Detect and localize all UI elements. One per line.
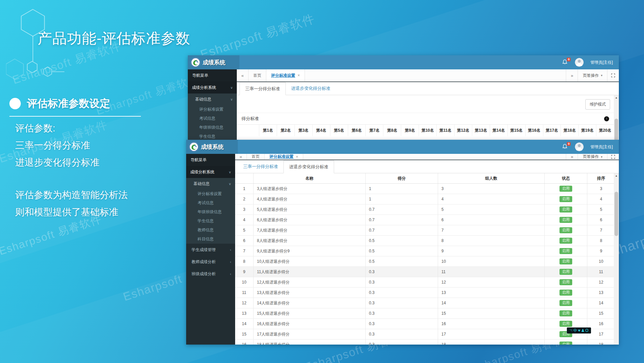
sidebar-item-score-analysis-system[interactable]: 成绩分析系统∨ xyxy=(188,81,237,94)
chevron-down-icon: ∨ xyxy=(229,170,231,174)
sidebar-item-collapsed[interactable]: 班级成绩分析‹ xyxy=(186,268,235,280)
scrollbar-thumb[interactable] xyxy=(614,119,618,140)
tab-home[interactable]: 首页 xyxy=(247,154,265,160)
tabs-collapse-button[interactable]: « xyxy=(237,69,249,81)
table-row[interactable]: 1416人组进退步得分0.316启用16 xyxy=(235,319,614,329)
rank-header-cell: 第17名 xyxy=(543,125,561,136)
table-row[interactable]: 79人组进退步得分90.59启用9 xyxy=(235,246,614,256)
sidebar-subitem[interactable]: 教师信息 xyxy=(186,226,235,235)
table-row[interactable]: 57人组进退步得分0.77启用7 xyxy=(235,225,614,236)
cell-seq: 4 xyxy=(235,215,253,225)
tabs-forward-button[interactable]: » xyxy=(566,154,578,160)
sidebar-subitem[interactable]: 评分标准设置 xyxy=(188,105,237,114)
sidebar-subitem[interactable]: 年级班级信息 xyxy=(188,123,237,132)
scroll-up-arrow[interactable]: ▲ xyxy=(614,173,619,178)
tab-operations-dropdown[interactable]: 页签操作 ▾ xyxy=(578,69,607,81)
cell-status: 启用 xyxy=(544,246,587,256)
sidebar-item-basic-info[interactable]: 基础信息∨ xyxy=(188,94,237,105)
app-logo-block[interactable]: 成绩系统 xyxy=(186,140,238,154)
sidebar-subitem[interactable]: 学生信息 xyxy=(188,132,237,140)
cell-seq: 2 xyxy=(235,194,253,204)
cell-score: 0.3 xyxy=(365,267,438,277)
sidebar-subitem[interactable]: 评分标准设置 xyxy=(186,189,235,198)
user-menu[interactable]: 管理员[主任] xyxy=(590,60,613,65)
table-row[interactable]: 24人组进退步得分14启用4 xyxy=(235,194,614,204)
sidebar-item-collapsed[interactable]: 教师成绩分析‹ xyxy=(186,256,235,268)
sidebar-item-score-analysis-system[interactable]: 成绩分析系统∨ xyxy=(186,166,235,178)
panel-collapse-icon[interactable]: ↑ xyxy=(604,116,609,121)
rank-header-cell: 第6名 xyxy=(348,125,366,136)
rank-header-cell: 第7名 xyxy=(365,125,383,136)
table-row[interactable]: 1618人组进退步得分0.318启用18 xyxy=(235,340,614,345)
scrollbar-vertical[interactable]: ▲ ▼ xyxy=(614,173,619,345)
app-header: 成绩系统 0 管理员[主任] xyxy=(188,55,619,69)
sidebar-subitem[interactable]: 学生信息 xyxy=(186,217,235,226)
sidebar-subitem[interactable]: 考试信息 xyxy=(188,114,237,123)
sidebar-subitem[interactable]: 年级班级信息 xyxy=(186,207,235,217)
notification-count-badge: 0 xyxy=(567,142,571,146)
content-area: 三率一分得分标准 进退步变化得分标准 维护模式 得分标准 ↑ 第1名第2名第3名… xyxy=(237,82,619,140)
fullscreen-icon xyxy=(611,73,615,77)
subtab-progress-change[interactable]: 进退步变化得分标准 xyxy=(283,160,334,173)
cell-score: 1 xyxy=(365,194,438,204)
notifications-button[interactable]: 0 xyxy=(562,59,568,65)
header-right: 0 管理员[主任] xyxy=(562,140,619,154)
table-row[interactable]: 35人组进退步得分0.75启用5 xyxy=(235,204,614,215)
sidebar-item-collapsed[interactable]: 学生成绩管理‹ xyxy=(186,244,235,256)
rank-header-cell: 第15名 xyxy=(507,125,525,136)
tab-score-standard-settings[interactable]: 评分标准设置 × xyxy=(266,69,305,81)
tab-home-label: 首页 xyxy=(253,73,261,78)
sidebar: 导航菜单 成绩分析系统∨基础信息∨评分标准设置考试信息年级班级信息学生信息教师信… xyxy=(188,69,237,140)
subtab-three-rates[interactable]: 三率一分得分标准 xyxy=(238,160,283,173)
subtab-progress-change[interactable]: 进退步变化得分标准 xyxy=(286,82,336,95)
rank-header-cell: 第1名 xyxy=(259,125,277,136)
user-menu[interactable]: 管理员[主任] xyxy=(590,144,613,150)
sidebar: 导航菜单 成绩分析系统∨基础信息∨评分标准设置考试信息年级班级信息学生信息教师信… xyxy=(186,154,235,345)
body-line: 评估参数: xyxy=(15,120,128,137)
column-header-status: 状态 xyxy=(544,173,587,183)
fullscreen-button[interactable] xyxy=(607,154,619,160)
tab-close-icon[interactable]: × xyxy=(298,73,300,78)
table-row[interactable]: 46人组进退步得分0.76启用6 xyxy=(235,215,614,225)
avatar[interactable] xyxy=(575,142,584,151)
status-badge: 启用 xyxy=(559,186,572,191)
app-window-bottom: 成绩系统 0 管理员[主任] xyxy=(186,140,619,345)
cell-order: 12 xyxy=(587,277,615,287)
tab-close-icon[interactable]: × xyxy=(296,155,298,159)
tab-score-standard-settings[interactable]: 评分标准设置 × xyxy=(265,154,303,160)
cell-order: 18 xyxy=(587,340,615,345)
app-logo-block[interactable]: 成绩系统 xyxy=(188,55,239,69)
maintain-mode-button[interactable]: 维护模式 xyxy=(585,99,610,110)
sidebar-subitem[interactable]: 科目信息 xyxy=(186,235,235,244)
table-row[interactable]: 1012人组进退步得分0.312启用12 xyxy=(235,277,614,288)
avatar[interactable] xyxy=(575,58,584,67)
tab-home[interactable]: 首页 xyxy=(249,69,266,81)
table-row[interactable]: 911人组进退步得分0.311启用11 xyxy=(235,267,614,277)
tabs-collapse-button[interactable]: « xyxy=(235,154,247,160)
table-row[interactable]: 1517人组进退步得分0.317启用17 xyxy=(235,329,614,340)
cell-order: 9 xyxy=(587,246,615,256)
tab-operations-dropdown[interactable]: 页签操作 ▾ xyxy=(578,154,607,160)
sidebar-subitem[interactable]: 考试信息 xyxy=(186,198,235,207)
table-row[interactable]: 68人组进退步得分0.58启用8 xyxy=(235,236,614,246)
notifications-button[interactable]: 0 xyxy=(562,144,568,150)
cell-order: 16 xyxy=(587,319,615,329)
sidebar-group-basic-info: 基础信息∨评分标准设置考试信息年级班级信息学生信息教师信息科目信息 xyxy=(186,178,235,244)
column-header-name: 名称 xyxy=(253,173,365,183)
subtab-three-rates[interactable]: 三率一分得分标准 xyxy=(239,82,286,95)
scroll-up-arrow[interactable]: ▲ xyxy=(614,95,619,100)
chevron-down-icon: ∨ xyxy=(230,98,233,101)
column-header-group-size: 组人数 xyxy=(438,173,544,183)
sidebar-item-basic-info[interactable]: 基础信息∨ xyxy=(186,178,235,189)
status-badge: 启用 xyxy=(559,258,572,264)
table-row[interactable]: 1113人组进退步得分0.313启用13 xyxy=(235,288,614,298)
fullscreen-button[interactable] xyxy=(607,69,619,81)
table-row[interactable]: 1315人组进退步得分0.315启用15 xyxy=(235,308,614,319)
tabs-forward-button[interactable]: » xyxy=(566,69,578,81)
scrollbar-vertical[interactable]: ▲ xyxy=(614,95,619,140)
caret-down-icon: ▾ xyxy=(601,74,602,77)
table-row[interactable]: 1214人组进退步得分0.314启用14 xyxy=(235,298,614,308)
table-row[interactable]: 810人组进退步得分0.510启用10 xyxy=(235,256,614,267)
scrollbar-thumb[interactable] xyxy=(614,192,618,236)
table-row[interactable]: 13人组进退步得分13启用3 xyxy=(235,184,614,194)
